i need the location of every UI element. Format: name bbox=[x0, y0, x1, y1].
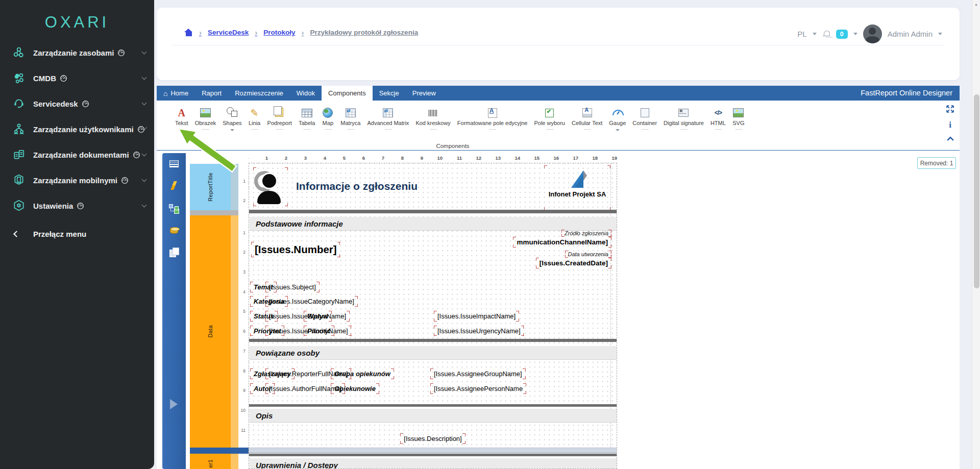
components-ribbon: Tekst Obrazek Shapes bbox=[157, 101, 960, 151]
component-button[interactable]: Shapes bbox=[221, 106, 243, 132]
component-button[interactable]: Formatowane pole edycyjne bbox=[456, 106, 529, 132]
sidebar-item[interactable]: Zarządzanie mobilnymi bbox=[0, 167, 154, 193]
section-header-permissions[interactable]: Uprawnienia / Dostępy bbox=[250, 458, 617, 469]
sidebar-item[interactable]: Servicedesk bbox=[0, 91, 154, 116]
band-footer[interactable]: er1 bbox=[190, 454, 231, 469]
component-label: Formatowane pole edycyjne bbox=[457, 120, 528, 126]
person-field-row: Autor [Issues.AuthorFullName] Opiekunowi… bbox=[250, 381, 616, 396]
notification-count-badge[interactable]: 0 bbox=[836, 30, 848, 39]
designer-tab[interactable]: Rozmieszczenie bbox=[228, 86, 290, 101]
user-name[interactable]: Admin Admin bbox=[888, 30, 933, 38]
scrollbar-thumb[interactable] bbox=[974, 94, 979, 288]
page-splitter-bar[interactable] bbox=[249, 448, 617, 453]
source-label[interactable]: Źródło zgłoszenia bbox=[561, 230, 611, 237]
notifications-bell-icon[interactable] bbox=[822, 30, 830, 38]
component-button[interactable]: SVG bbox=[731, 106, 746, 132]
table-icon bbox=[301, 106, 313, 119]
component-button[interactable]: Kod kreskowy bbox=[414, 106, 452, 132]
component-button[interactable]: Pole wyboru bbox=[532, 106, 567, 132]
collapse-ribbon-icon[interactable] bbox=[946, 136, 953, 143]
properties-grid-icon[interactable] bbox=[169, 160, 179, 167]
component-button[interactable]: Container bbox=[631, 106, 658, 132]
field-value[interactable]: [Issues.IssueUrgencyName] bbox=[434, 326, 524, 336]
designer-tab[interactable]: Home bbox=[157, 86, 195, 101]
chevron-down-icon[interactable] bbox=[142, 152, 147, 157]
chevron-down-icon[interactable] bbox=[142, 50, 147, 55]
band-data[interactable]: Data bbox=[190, 215, 231, 448]
data-source-icon[interactable] bbox=[170, 227, 178, 234]
field-label[interactable]: Grupa opiekunów bbox=[331, 368, 394, 379]
report-title-text[interactable]: Informacje o zgłoszeniu bbox=[296, 180, 418, 192]
preview-play-icon[interactable] bbox=[170, 399, 178, 409]
band-reporttitle[interactable]: ReportTitle bbox=[190, 164, 231, 210]
created-value-field[interactable]: [Issues.CreatedDate] bbox=[536, 258, 611, 268]
field-value[interactable]: [Issues.IssueImpactName] bbox=[434, 311, 519, 322]
user-avatar[interactable] bbox=[863, 24, 882, 43]
component-button[interactable]: Tekst bbox=[174, 106, 190, 132]
component-button[interactable]: Obrazek bbox=[193, 106, 218, 132]
page-scrollbar[interactable] bbox=[972, 0, 980, 469]
chevron-down-icon[interactable] bbox=[142, 101, 147, 106]
component-button[interactable]: Gauge bbox=[607, 106, 627, 132]
breadcrumb-item[interactable]: ServiceDesk bbox=[199, 28, 249, 37]
report-avatar-image[interactable] bbox=[253, 167, 288, 206]
section-header-persons[interactable]: Powiązane osoby bbox=[250, 346, 617, 360]
row-number: 1 bbox=[238, 164, 247, 184]
language-caret-icon[interactable] bbox=[813, 33, 817, 35]
designer-tab[interactable]: Sekcje bbox=[373, 86, 406, 101]
component-hint bbox=[680, 127, 687, 132]
field-value[interactable]: [Issues.AssigneePersonName bbox=[430, 383, 526, 394]
band-splitter[interactable] bbox=[190, 448, 250, 454]
section-header-basic[interactable]: Podstawowe informacje bbox=[250, 217, 617, 231]
description-field[interactable]: [Issues.Description] bbox=[400, 433, 465, 444]
sidebar-item[interactable]: Zarządzanie zasobami bbox=[0, 40, 154, 65]
component-button[interactable]: Digital signature bbox=[662, 106, 705, 132]
component-button[interactable]: HTML bbox=[709, 106, 727, 132]
designer-tab[interactable]: Raport bbox=[195, 86, 228, 101]
chevron-down-icon[interactable] bbox=[142, 203, 147, 208]
source-value-field[interactable]: mmunicationChannelName] bbox=[513, 237, 611, 248]
component-button[interactable]: Linia bbox=[247, 106, 262, 132]
field-value[interactable]: [Issues.AssigneeGroupName] bbox=[430, 368, 526, 379]
home-icon[interactable] bbox=[184, 29, 193, 36]
breadcrumb-item[interactable]: Protokoły bbox=[255, 28, 295, 37]
scrollbar-up-arrow[interactable] bbox=[972, 0, 980, 8]
component-label: Shapes bbox=[223, 120, 241, 126]
users-icon bbox=[12, 122, 26, 136]
chevron-down-icon[interactable] bbox=[142, 75, 147, 80]
report-tree-icon[interactable] bbox=[169, 204, 179, 213]
designer-tab[interactable]: Preview bbox=[406, 86, 443, 101]
component-button[interactable]: Map bbox=[320, 106, 335, 132]
field-value[interactable]: [Issues.Subject] bbox=[265, 282, 320, 292]
user-menu-caret-icon[interactable] bbox=[938, 33, 942, 35]
report-page-canvas[interactable]: Informacje o zgłoszeniu Infonet Projekt … bbox=[249, 163, 617, 469]
created-label[interactable]: Data utworzenia bbox=[565, 251, 612, 258]
info-icon[interactable]: i bbox=[949, 120, 951, 129]
events-lightning-icon[interactable] bbox=[169, 181, 179, 190]
issue-number-field[interactable]: [Issues.Number] bbox=[251, 242, 340, 257]
row-number: 7 bbox=[238, 334, 247, 354]
designer-tab[interactable]: Widok bbox=[290, 86, 322, 101]
component-button[interactable]: Tabela bbox=[297, 106, 316, 132]
field-label[interactable]: Wpływ bbox=[304, 311, 332, 322]
component-button[interactable]: Matryca bbox=[339, 106, 362, 132]
designer-tab[interactable]: Components bbox=[322, 86, 373, 101]
field-label[interactable]: Opiekunowie bbox=[331, 383, 379, 394]
copy-pages-icon[interactable] bbox=[169, 248, 179, 257]
sidebar-item[interactable]: Zarządzanie użytkownikami bbox=[0, 116, 154, 142]
section-header-description[interactable]: Opis bbox=[250, 409, 617, 423]
sidebar-item[interactable]: Ustawienia bbox=[0, 193, 154, 218]
sidebar-item[interactable]: CMDB bbox=[0, 65, 154, 91]
component-button[interactable]: Podreport bbox=[266, 106, 293, 132]
fullscreen-expand-icon[interactable] bbox=[946, 105, 954, 113]
company-logo[interactable]: Infonet Projekt SA bbox=[544, 165, 610, 210]
component-button[interactable]: Cellular Text bbox=[570, 106, 604, 132]
field-label[interactable]: Pilność bbox=[304, 326, 334, 336]
notifications-caret-icon[interactable] bbox=[853, 33, 857, 35]
sidebar-item[interactable]: Zarządzanie dokumentami bbox=[0, 142, 154, 167]
language-selector[interactable]: PL bbox=[797, 30, 806, 38]
sidebar-toggle[interactable]: Przełącz menu bbox=[0, 224, 154, 244]
component-button[interactable]: Advanced Matrix bbox=[365, 106, 410, 132]
chevron-down-icon[interactable] bbox=[142, 177, 147, 182]
field-value[interactable]: [Issues.IssueCategoryName] bbox=[265, 296, 358, 307]
